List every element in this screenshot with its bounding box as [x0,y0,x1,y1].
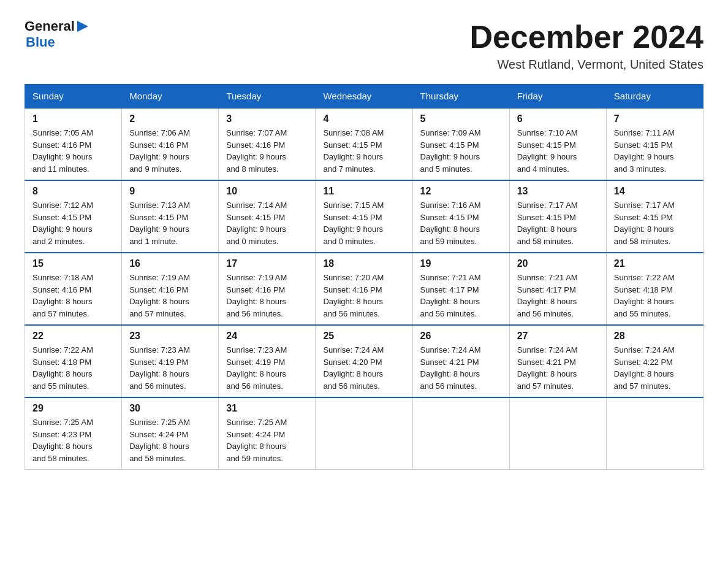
calendar-cell: 21Sunrise: 7:22 AMSunset: 4:18 PMDayligh… [606,253,703,325]
day-info: Sunrise: 7:23 AMSunset: 4:19 PMDaylight:… [129,344,211,392]
calendar-cell: 4Sunrise: 7:08 AMSunset: 4:15 PMDaylight… [316,108,412,180]
calendar-cell: 6Sunrise: 7:10 AMSunset: 4:15 PMDaylight… [509,108,606,180]
week-row-2: 8Sunrise: 7:12 AMSunset: 4:15 PMDaylight… [25,180,703,253]
day-number: 18 [323,258,404,269]
calendar-cell: 7Sunrise: 7:11 AMSunset: 4:15 PMDaylight… [606,108,703,180]
day-number: 30 [129,403,211,414]
header-wednesday: Wednesday [316,85,412,109]
calendar-cell: 18Sunrise: 7:20 AMSunset: 4:16 PMDayligh… [316,253,412,325]
calendar-cell: 25Sunrise: 7:24 AMSunset: 4:20 PMDayligh… [316,325,412,397]
day-number: 10 [226,186,308,197]
logo-general-text: General [25,18,75,34]
calendar-cell: 16Sunrise: 7:19 AMSunset: 4:16 PMDayligh… [122,253,219,325]
day-number: 16 [129,258,211,269]
day-info: Sunrise: 7:14 AMSunset: 4:15 PMDaylight:… [226,199,308,247]
calendar-cell [412,397,509,470]
calendar-cell: 12Sunrise: 7:16 AMSunset: 4:15 PMDayligh… [412,180,509,253]
day-info: Sunrise: 7:11 AMSunset: 4:15 PMDaylight:… [614,127,696,175]
day-number: 12 [420,186,502,197]
day-info: Sunrise: 7:25 AMSunset: 4:24 PMDaylight:… [226,416,308,464]
calendar-cell: 1Sunrise: 7:05 AMSunset: 4:16 PMDaylight… [25,108,122,180]
page-header: General Blue December 2024 West Rutland,… [25,18,703,72]
calendar-cell: 29Sunrise: 7:25 AMSunset: 4:23 PMDayligh… [25,397,122,470]
day-info: Sunrise: 7:23 AMSunset: 4:19 PMDaylight:… [226,344,308,392]
calendar-cell: 8Sunrise: 7:12 AMSunset: 4:15 PMDaylight… [25,180,122,253]
day-info: Sunrise: 7:13 AMSunset: 4:15 PMDaylight:… [129,199,211,247]
calendar-table: Sunday Monday Tuesday Wednesday Thursday… [25,84,703,470]
day-info: Sunrise: 7:19 AMSunset: 4:16 PMDaylight:… [226,272,308,320]
day-info: Sunrise: 7:25 AMSunset: 4:24 PMDaylight:… [129,416,211,464]
day-number: 3 [226,113,308,124]
calendar-cell: 2Sunrise: 7:06 AMSunset: 4:16 PMDaylight… [122,108,219,180]
header-thursday: Thursday [412,85,509,109]
calendar-cell [509,397,606,470]
day-number: 17 [226,258,308,269]
calendar-cell: 9Sunrise: 7:13 AMSunset: 4:15 PMDaylight… [122,180,219,253]
day-number: 24 [226,331,308,342]
day-info: Sunrise: 7:22 AMSunset: 4:18 PMDaylight:… [614,272,696,320]
day-number: 20 [517,258,599,269]
calendar-cell: 28Sunrise: 7:24 AMSunset: 4:22 PMDayligh… [606,325,703,397]
day-info: Sunrise: 7:06 AMSunset: 4:16 PMDaylight:… [129,127,211,175]
calendar-cell: 13Sunrise: 7:17 AMSunset: 4:15 PMDayligh… [509,180,606,253]
calendar-cell: 11Sunrise: 7:15 AMSunset: 4:15 PMDayligh… [316,180,412,253]
day-number: 5 [420,113,502,124]
day-number: 27 [517,331,599,342]
week-row-4: 22Sunrise: 7:22 AMSunset: 4:18 PMDayligh… [25,325,703,397]
day-number: 23 [129,331,211,342]
calendar-cell: 5Sunrise: 7:09 AMSunset: 4:15 PMDaylight… [412,108,509,180]
day-number: 15 [32,258,114,269]
day-number: 11 [323,186,404,197]
calendar-cell [316,397,412,470]
header-monday: Monday [122,85,219,109]
header-saturday: Saturday [606,85,703,109]
day-info: Sunrise: 7:18 AMSunset: 4:16 PMDaylight:… [32,272,114,320]
day-number: 25 [323,331,404,342]
day-number: 7 [614,113,696,124]
day-info: Sunrise: 7:10 AMSunset: 4:15 PMDaylight:… [517,127,599,175]
calendar-cell: 24Sunrise: 7:23 AMSunset: 4:19 PMDayligh… [219,325,316,397]
logo-arrow-icon [76,20,89,33]
day-number: 8 [32,186,114,197]
day-number: 21 [614,258,696,269]
day-info: Sunrise: 7:12 AMSunset: 4:15 PMDaylight:… [32,199,114,247]
header-row: Sunday Monday Tuesday Wednesday Thursday… [25,85,703,109]
day-info: Sunrise: 7:16 AMSunset: 4:15 PMDaylight:… [420,199,502,247]
day-number: 22 [32,331,114,342]
month-year-title: December 2024 [469,18,703,55]
day-info: Sunrise: 7:20 AMSunset: 4:16 PMDaylight:… [323,272,404,320]
day-info: Sunrise: 7:07 AMSunset: 4:16 PMDaylight:… [226,127,308,175]
day-info: Sunrise: 7:21 AMSunset: 4:17 PMDaylight:… [517,272,599,320]
day-info: Sunrise: 7:24 AMSunset: 4:21 PMDaylight:… [420,344,502,392]
day-number: 13 [517,186,599,197]
svg-marker-0 [77,21,88,32]
calendar-cell: 15Sunrise: 7:18 AMSunset: 4:16 PMDayligh… [25,253,122,325]
calendar-cell: 10Sunrise: 7:14 AMSunset: 4:15 PMDayligh… [219,180,316,253]
day-info: Sunrise: 7:24 AMSunset: 4:21 PMDaylight:… [517,344,599,392]
day-number: 29 [32,403,114,414]
day-info: Sunrise: 7:19 AMSunset: 4:16 PMDaylight:… [129,272,211,320]
day-info: Sunrise: 7:17 AMSunset: 4:15 PMDaylight:… [517,199,599,247]
day-number: 9 [129,186,211,197]
day-number: 26 [420,331,502,342]
day-number: 1 [32,113,114,124]
day-info: Sunrise: 7:21 AMSunset: 4:17 PMDaylight:… [420,272,502,320]
calendar-cell: 31Sunrise: 7:25 AMSunset: 4:24 PMDayligh… [219,397,316,470]
header-sunday: Sunday [25,85,122,109]
logo-blue-text: Blue [26,34,55,50]
calendar-cell: 14Sunrise: 7:17 AMSunset: 4:15 PMDayligh… [606,180,703,253]
day-number: 31 [226,403,308,414]
day-number: 2 [129,113,211,124]
day-number: 6 [517,113,599,124]
title-area: December 2024 West Rutland, Vermont, Uni… [469,18,703,72]
day-number: 28 [614,331,696,342]
week-row-3: 15Sunrise: 7:18 AMSunset: 4:16 PMDayligh… [25,253,703,325]
day-number: 4 [323,113,404,124]
calendar-cell: 19Sunrise: 7:21 AMSunset: 4:17 PMDayligh… [412,253,509,325]
day-info: Sunrise: 7:17 AMSunset: 4:15 PMDaylight:… [614,199,696,247]
day-info: Sunrise: 7:22 AMSunset: 4:18 PMDaylight:… [32,344,114,392]
calendar-cell: 17Sunrise: 7:19 AMSunset: 4:16 PMDayligh… [219,253,316,325]
day-info: Sunrise: 7:15 AMSunset: 4:15 PMDaylight:… [323,199,404,247]
day-number: 14 [614,186,696,197]
logo: General Blue [25,18,89,50]
